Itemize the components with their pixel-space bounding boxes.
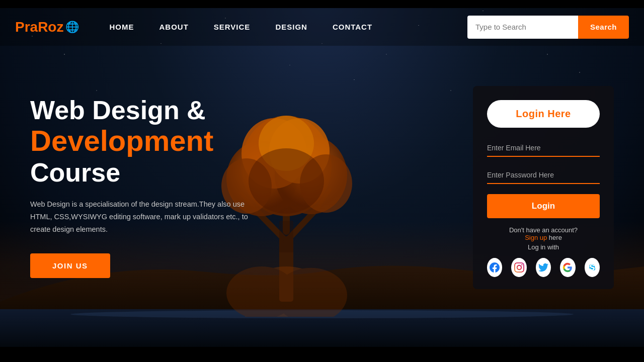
signup-link[interactable]: Sign up — [525, 234, 547, 241]
nav-links: HOME ABOUT SERVICE DESIGN CONTACT — [109, 23, 467, 31]
hero-title-line3: Course — [30, 157, 307, 188]
hero-title-line2: Development — [30, 125, 307, 157]
email-input[interactable] — [487, 140, 600, 157]
join-us-button[interactable]: JOIN US — [30, 253, 110, 278]
social-icons — [487, 258, 600, 277]
logo-globe-icon: 🌐 — [65, 21, 79, 34]
hero-description: Web Design is a specialisation of the de… — [30, 198, 267, 235]
login-button[interactable]: Login — [487, 194, 600, 218]
hero-title-line1: Web Design & — [30, 96, 307, 125]
nav-about[interactable]: ABOUT — [159, 23, 188, 31]
google-icon[interactable] — [560, 258, 575, 277]
nav-contact[interactable]: CONTACT — [333, 23, 372, 31]
twitter-icon[interactable] — [536, 258, 551, 277]
skype-icon[interactable] — [585, 258, 600, 277]
nav-service[interactable]: SERVICE — [214, 23, 251, 31]
login-title-button[interactable]: Login Here — [487, 100, 600, 128]
logo-text: PraRoz — [15, 19, 63, 35]
main-content: Web Design & Development Course Web Desi… — [0, 46, 644, 347]
top-bar — [0, 0, 644, 8]
bottom-bar — [0, 347, 644, 362]
hero-section: Web Design & Development Course Web Desi… — [30, 76, 307, 278]
login-card: Login Here Login Don't have an account? … — [473, 86, 614, 289]
navbar: PraRoz 🌐 HOME ABOUT SERVICE DESIGN CONTA… — [0, 8, 644, 46]
login-with-label: Log in with — [487, 243, 600, 251]
password-input[interactable] — [487, 167, 600, 184]
search-area: Search — [467, 16, 629, 39]
search-input[interactable] — [467, 16, 578, 39]
facebook-icon[interactable] — [487, 258, 502, 277]
logo: PraRoz 🌐 — [15, 19, 79, 35]
search-button[interactable]: Search — [578, 16, 629, 39]
nav-design[interactable]: DESIGN — [275, 23, 307, 31]
signup-text: Don't have an account? Sign up here — [487, 226, 600, 241]
nav-home[interactable]: HOME — [109, 23, 134, 31]
instagram-icon[interactable] — [511, 258, 526, 277]
